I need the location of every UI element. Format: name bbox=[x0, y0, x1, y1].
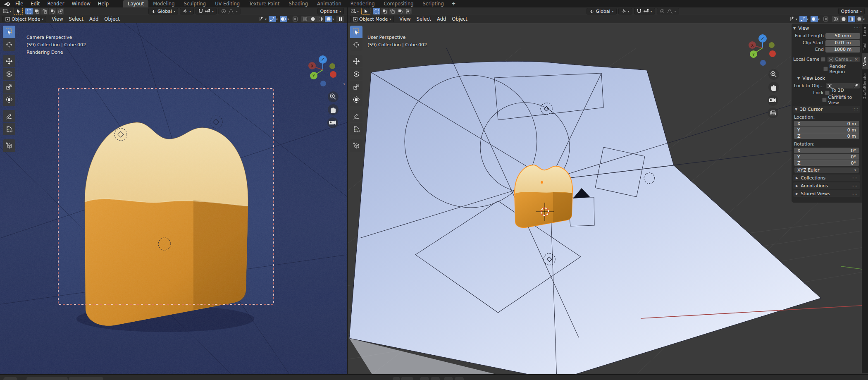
tool-measure[interactable] bbox=[350, 123, 362, 135]
statusbar-button[interactable] bbox=[401, 377, 413, 380]
workspace-tab-modeling[interactable]: Modeling bbox=[148, 0, 179, 7]
pan-button[interactable] bbox=[328, 104, 339, 115]
shading-rendered-icon[interactable] bbox=[856, 16, 863, 22]
menu-view[interactable]: View bbox=[396, 16, 413, 22]
statusbar-button[interactable] bbox=[393, 377, 400, 380]
xray-toggle-icon[interactable] bbox=[291, 16, 299, 22]
mode-dropdown[interactable]: Object Mode▾ bbox=[350, 16, 394, 22]
overlays-toggle-icon[interactable] bbox=[811, 16, 818, 22]
right-3d-viewport[interactable]: Z X Y bbox=[347, 23, 868, 374]
tool-add-cube[interactable] bbox=[3, 139, 15, 152]
overlays-toggle-icon[interactable] bbox=[280, 16, 287, 22]
menu-object[interactable]: Object bbox=[101, 16, 122, 22]
area-divider[interactable] bbox=[347, 7, 348, 374]
add-workspace-button[interactable]: + bbox=[448, 0, 459, 7]
sidebar-expand-chevron[interactable]: ‹ bbox=[343, 81, 345, 86]
select-mode-extend-icon[interactable] bbox=[33, 8, 41, 14]
statusbar-button[interactable] bbox=[444, 377, 453, 380]
tool-measure[interactable] bbox=[3, 123, 15, 135]
xray-toggle-icon[interactable] bbox=[822, 16, 830, 22]
object-visibility-dropdown[interactable] bbox=[258, 16, 265, 22]
snap-magnet-icon[interactable] bbox=[637, 9, 641, 14]
transform-orientation-dropdown[interactable]: Global▾ bbox=[587, 8, 616, 14]
drag-dots-icon[interactable]: :::: bbox=[852, 108, 858, 111]
pivot-point-dropdown[interactable]: ▾ bbox=[618, 8, 632, 14]
tool-cursor[interactable] bbox=[3, 38, 15, 51]
shading-rendered-icon[interactable] bbox=[325, 16, 332, 22]
menu-select[interactable]: Select bbox=[66, 16, 86, 22]
snap-magnet-icon[interactable] bbox=[198, 9, 203, 14]
shading-solid-icon[interactable] bbox=[840, 16, 847, 22]
clip-start-field[interactable]: 0.01 m bbox=[825, 40, 860, 46]
select-mode-intersect-icon[interactable] bbox=[404, 8, 412, 14]
options-dropdown[interactable]: Options▾ bbox=[838, 8, 865, 14]
clear-icon[interactable]: × bbox=[854, 57, 858, 62]
proportional-edit-icon[interactable] bbox=[660, 9, 665, 14]
drag-dots-icon[interactable]: :::: bbox=[851, 184, 858, 188]
shading-solid-icon[interactable] bbox=[309, 16, 317, 22]
tool-rotate[interactable] bbox=[3, 68, 15, 80]
local-camera-checkbox[interactable] bbox=[821, 57, 825, 62]
cursor-location-y[interactable]: Y0 m bbox=[794, 127, 859, 133]
gizmos-toggle-icon[interactable] bbox=[799, 16, 807, 22]
select-mode-new-icon[interactable] bbox=[373, 8, 380, 14]
workspace-tab-texture-paint[interactable]: Texture Paint bbox=[244, 0, 284, 7]
select-mode-subtract-icon[interactable] bbox=[389, 8, 396, 14]
workspace-tab-rendering[interactable]: Rendering bbox=[346, 0, 379, 7]
snap-target-icon[interactable] bbox=[205, 9, 210, 14]
render-region-checkbox[interactable] bbox=[823, 67, 828, 71]
menu-edit[interactable]: Edit bbox=[27, 0, 43, 7]
menu-render[interactable]: Render bbox=[44, 0, 68, 7]
tool-rotate[interactable] bbox=[350, 68, 362, 80]
proportional-falloff-icon[interactable] bbox=[666, 9, 673, 14]
menu-add[interactable]: Add bbox=[434, 16, 449, 22]
workspace-tab-animation[interactable]: Animation bbox=[312, 0, 346, 7]
tool-move[interactable] bbox=[350, 55, 362, 67]
shading-wireframe-icon[interactable] bbox=[301, 16, 309, 22]
zoom-button[interactable] bbox=[768, 69, 779, 80]
clip-end-field[interactable]: 1000 m bbox=[825, 47, 860, 53]
ortho-toggle-button[interactable] bbox=[768, 108, 778, 118]
mode-dropdown[interactable]: Object Mode▾ bbox=[2, 16, 46, 22]
tool-scale[interactable] bbox=[3, 81, 15, 93]
proportional-edit-icon[interactable] bbox=[221, 9, 226, 14]
bread-loaf-object[interactable] bbox=[85, 122, 248, 326]
camera-view-button[interactable] bbox=[768, 95, 778, 106]
sidebar-tab-view[interactable]: View bbox=[862, 53, 868, 69]
options-dropdown[interactable]: Options▾ bbox=[317, 8, 344, 14]
tool-select-box[interactable] bbox=[350, 26, 362, 38]
workspace-tab-scripting[interactable]: Scripting bbox=[418, 0, 448, 7]
workspace-tab-uv-editing[interactable]: UV Editing bbox=[210, 0, 244, 7]
annotations-panel-header[interactable]: ▶ Annotations :::: bbox=[793, 182, 860, 189]
shading-wireframe-icon[interactable] bbox=[832, 16, 839, 22]
drag-dots-icon[interactable]: :::: bbox=[854, 26, 860, 30]
select-mode-invert-icon[interactable] bbox=[396, 8, 404, 14]
menu-object[interactable]: Object bbox=[449, 16, 470, 22]
select-mode-subtract-icon[interactable] bbox=[41, 8, 48, 14]
proportional-falloff-icon[interactable] bbox=[228, 9, 234, 14]
statusbar-button[interactable] bbox=[431, 377, 440, 380]
editor-type-icon[interactable] bbox=[2, 8, 10, 14]
workspace-tab-layout[interactable]: Layout bbox=[123, 0, 148, 7]
zoom-button[interactable] bbox=[328, 91, 339, 102]
select-mode-invert-icon[interactable] bbox=[49, 8, 56, 14]
view-panel-header[interactable]: ▼ View :::: bbox=[793, 25, 860, 32]
gizmos-toggle-icon[interactable] bbox=[269, 16, 276, 22]
cursor-rotation-y[interactable]: Y0° bbox=[794, 154, 859, 160]
cursor-rotation-z[interactable]: Z0° bbox=[794, 160, 859, 166]
cursor-location-x[interactable]: X0 m bbox=[794, 121, 859, 127]
workspace-tab-shading[interactable]: Shading bbox=[284, 0, 312, 7]
active-tool-indicator[interactable] bbox=[361, 8, 370, 15]
rotation-order-dropdown[interactable]: XYZ Euler▾ bbox=[794, 167, 859, 173]
sidebar-tab-tool[interactable]: Tool bbox=[862, 39, 868, 53]
drag-dots-icon[interactable]: :::: bbox=[851, 192, 858, 196]
drag-dots-icon[interactable]: :::: bbox=[851, 176, 858, 180]
tool-select-box[interactable] bbox=[3, 26, 15, 38]
collections-panel-header[interactable]: ▶ Collections :::: bbox=[793, 174, 860, 181]
camera-to-view-checkbox[interactable] bbox=[822, 98, 827, 102]
tool-scale[interactable] bbox=[350, 81, 362, 93]
tool-annotate[interactable] bbox=[3, 110, 15, 122]
pivot-point-dropdown[interactable]: ▾ bbox=[180, 8, 194, 14]
cursor-rotation-x[interactable]: X0° bbox=[794, 148, 859, 153]
menu-view[interactable]: View bbox=[49, 16, 66, 22]
